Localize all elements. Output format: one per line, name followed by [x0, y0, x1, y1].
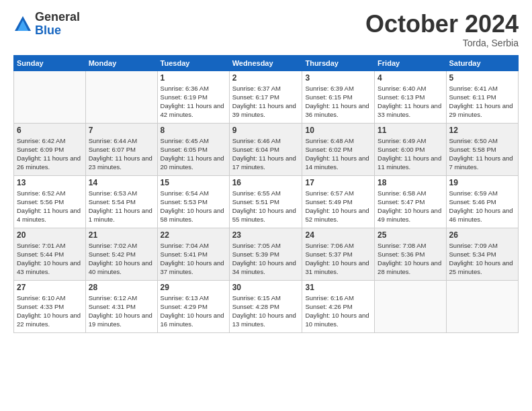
table-row: 26Sunrise: 7:09 AM Sunset: 5:34 PM Dayli… [446, 228, 518, 280]
day-info: Sunrise: 7:05 AM Sunset: 5:39 PM Dayligh… [232, 241, 300, 277]
day-number: 3 [305, 73, 371, 83]
calendar-week-row: 1Sunrise: 6:36 AM Sunset: 6:19 PM Daylig… [14, 71, 519, 123]
table-row: 5Sunrise: 6:41 AM Sunset: 6:11 PM Daylig… [446, 71, 518, 123]
day-number: 29 [161, 283, 226, 292]
day-info: Sunrise: 6:12 AM Sunset: 4:31 PM Dayligh… [89, 293, 154, 329]
day-number: 19 [449, 178, 515, 187]
day-info: Sunrise: 6:49 AM Sunset: 6:00 PM Dayligh… [378, 136, 443, 172]
day-info: Sunrise: 6:39 AM Sunset: 6:15 PM Dayligh… [305, 84, 371, 120]
day-number: 2 [232, 73, 300, 83]
calendar-week-row: 20Sunrise: 7:01 AM Sunset: 5:44 PM Dayli… [14, 228, 519, 280]
table-row: 20Sunrise: 7:01 AM Sunset: 5:44 PM Dayli… [14, 228, 86, 280]
table-row: 19Sunrise: 6:59 AM Sunset: 5:46 PM Dayli… [446, 175, 518, 228]
logo-blue-text: Blue [35, 24, 80, 38]
header-thursday: Thursday [302, 55, 375, 71]
day-info: Sunrise: 6:10 AM Sunset: 4:33 PM Dayligh… [17, 293, 83, 329]
day-info: Sunrise: 6:58 AM Sunset: 5:47 PM Dayligh… [378, 189, 443, 224]
day-number: 18 [378, 178, 443, 187]
table-row: 14Sunrise: 6:53 AM Sunset: 5:54 PM Dayli… [85, 175, 157, 228]
day-number: 7 [89, 126, 154, 135]
day-number: 15 [161, 178, 226, 187]
day-number: 25 [378, 230, 443, 240]
day-info: Sunrise: 6:59 AM Sunset: 5:46 PM Dayligh… [449, 189, 515, 224]
day-info: Sunrise: 6:13 AM Sunset: 4:29 PM Dayligh… [161, 293, 226, 329]
table-row: 15Sunrise: 6:54 AM Sunset: 5:53 PM Dayli… [157, 175, 229, 228]
day-number: 10 [305, 126, 371, 135]
header-tuesday: Tuesday [157, 55, 229, 71]
table-row: 22Sunrise: 7:04 AM Sunset: 5:41 PM Dayli… [157, 228, 229, 280]
day-number: 20 [17, 230, 83, 240]
day-number: 11 [378, 126, 443, 135]
header-saturday: Saturday [446, 55, 518, 71]
table-row [14, 71, 86, 123]
table-row: 6Sunrise: 6:42 AM Sunset: 6:09 PM Daylig… [14, 123, 86, 175]
header: General Blue October 2024 Torda, Serbia [13, 11, 519, 48]
day-number: 21 [89, 230, 154, 240]
day-info: Sunrise: 6:15 AM Sunset: 4:28 PM Dayligh… [232, 293, 300, 329]
weekday-header-row: Sunday Monday Tuesday Wednesday Thursday… [14, 55, 519, 71]
calendar-week-row: 27Sunrise: 6:10 AM Sunset: 4:33 PM Dayli… [14, 280, 519, 332]
table-row: 12Sunrise: 6:50 AM Sunset: 5:58 PM Dayli… [446, 123, 518, 175]
day-info: Sunrise: 6:55 AM Sunset: 5:51 PM Dayligh… [232, 189, 300, 224]
month-title: October 2024 [365, 11, 519, 38]
table-row: 29Sunrise: 6:13 AM Sunset: 4:29 PM Dayli… [157, 280, 229, 332]
table-row: 30Sunrise: 6:15 AM Sunset: 4:28 PM Dayli… [229, 280, 302, 332]
day-info: Sunrise: 6:40 AM Sunset: 6:13 PM Dayligh… [378, 84, 443, 120]
day-info: Sunrise: 6:37 AM Sunset: 6:17 PM Dayligh… [232, 84, 300, 120]
logo-icon [13, 15, 32, 34]
table-row: 7Sunrise: 6:44 AM Sunset: 6:07 PM Daylig… [85, 123, 157, 175]
table-row: 2Sunrise: 6:37 AM Sunset: 6:17 PM Daylig… [229, 71, 302, 123]
day-info: Sunrise: 7:01 AM Sunset: 5:44 PM Dayligh… [17, 241, 83, 277]
logo: General Blue [13, 11, 80, 38]
table-row: 23Sunrise: 7:05 AM Sunset: 5:39 PM Dayli… [229, 228, 302, 280]
day-number: 1 [161, 73, 226, 83]
day-number: 8 [161, 126, 226, 135]
table-row: 24Sunrise: 7:06 AM Sunset: 5:37 PM Dayli… [302, 228, 375, 280]
day-number: 22 [161, 230, 226, 240]
calendar-week-row: 13Sunrise: 6:52 AM Sunset: 5:56 PM Dayli… [14, 175, 519, 228]
table-row: 8Sunrise: 6:45 AM Sunset: 6:05 PM Daylig… [157, 123, 229, 175]
day-number: 28 [89, 283, 154, 292]
day-number: 6 [17, 126, 83, 135]
table-row: 16Sunrise: 6:55 AM Sunset: 5:51 PM Dayli… [229, 175, 302, 228]
day-info: Sunrise: 7:02 AM Sunset: 5:42 PM Dayligh… [89, 241, 154, 277]
table-row: 27Sunrise: 6:10 AM Sunset: 4:33 PM Dayli… [14, 280, 86, 332]
day-info: Sunrise: 7:08 AM Sunset: 5:36 PM Dayligh… [378, 241, 443, 277]
day-info: Sunrise: 6:36 AM Sunset: 6:19 PM Dayligh… [161, 84, 226, 120]
day-info: Sunrise: 6:50 AM Sunset: 5:58 PM Dayligh… [449, 136, 515, 172]
day-info: Sunrise: 6:16 AM Sunset: 4:26 PM Dayligh… [305, 293, 371, 329]
table-row [375, 280, 446, 332]
table-row: 3Sunrise: 6:39 AM Sunset: 6:15 PM Daylig… [302, 71, 375, 123]
title-section: October 2024 Torda, Serbia [365, 11, 519, 48]
day-info: Sunrise: 6:42 AM Sunset: 6:09 PM Dayligh… [17, 136, 83, 172]
header-wednesday: Wednesday [229, 55, 302, 71]
header-monday: Monday [85, 55, 157, 71]
day-info: Sunrise: 6:45 AM Sunset: 6:05 PM Dayligh… [161, 136, 226, 172]
table-row: 21Sunrise: 7:02 AM Sunset: 5:42 PM Dayli… [85, 228, 157, 280]
day-number: 17 [305, 178, 371, 187]
table-row [85, 71, 157, 123]
table-row: 25Sunrise: 7:08 AM Sunset: 5:36 PM Dayli… [375, 228, 446, 280]
day-info: Sunrise: 6:54 AM Sunset: 5:53 PM Dayligh… [161, 189, 226, 224]
table-row: 31Sunrise: 6:16 AM Sunset: 4:26 PM Dayli… [302, 280, 375, 332]
table-row: 13Sunrise: 6:52 AM Sunset: 5:56 PM Dayli… [14, 175, 86, 228]
day-number: 5 [449, 73, 515, 83]
day-info: Sunrise: 6:57 AM Sunset: 5:49 PM Dayligh… [305, 189, 371, 224]
day-number: 27 [17, 283, 83, 292]
day-info: Sunrise: 6:44 AM Sunset: 6:07 PM Dayligh… [89, 136, 154, 172]
day-number: 12 [449, 126, 515, 135]
table-row: 1Sunrise: 6:36 AM Sunset: 6:19 PM Daylig… [157, 71, 229, 123]
day-number: 9 [232, 126, 300, 135]
day-number: 23 [232, 230, 300, 240]
header-friday: Friday [375, 55, 446, 71]
header-sunday: Sunday [14, 55, 86, 71]
table-row: 11Sunrise: 6:49 AM Sunset: 6:00 PM Dayli… [375, 123, 446, 175]
day-info: Sunrise: 7:06 AM Sunset: 5:37 PM Dayligh… [305, 241, 371, 277]
day-info: Sunrise: 6:53 AM Sunset: 5:54 PM Dayligh… [89, 189, 154, 224]
table-row: 4Sunrise: 6:40 AM Sunset: 6:13 PM Daylig… [375, 71, 446, 123]
table-row: 18Sunrise: 6:58 AM Sunset: 5:47 PM Dayli… [375, 175, 446, 228]
day-number: 4 [378, 73, 443, 83]
day-info: Sunrise: 6:48 AM Sunset: 6:02 PM Dayligh… [305, 136, 371, 172]
day-info: Sunrise: 6:52 AM Sunset: 5:56 PM Dayligh… [17, 189, 83, 224]
day-number: 13 [17, 178, 83, 187]
